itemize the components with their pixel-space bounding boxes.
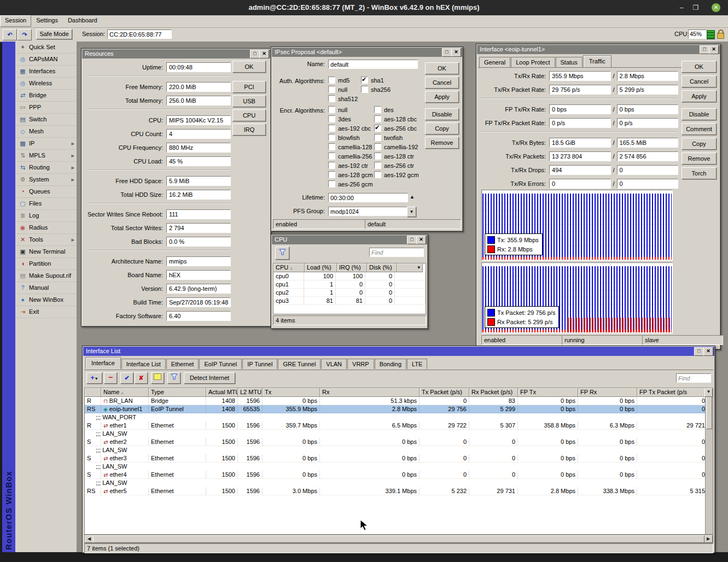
- field-value-tx[interactable]: 29 756 p/s: [549, 85, 610, 95]
- disable-button[interactable]: ✘: [135, 372, 148, 384]
- usb-button[interactable]: USB: [232, 95, 266, 107]
- copy-button[interactable]: Copy: [682, 138, 717, 150]
- interface-row-ether1[interactable]: R⇄ether1Ethernet15001596359.7 Mbps6.5 Mb…: [85, 421, 713, 430]
- sidebar-item-log[interactable]: ≣Log: [15, 210, 77, 222]
- tab-interface-list[interactable]: Interface List: [121, 359, 166, 369]
- app-titlebar[interactable]: admin@CC:2D:E0:65:88:77 (MT_2) - WinBox …: [0, 0, 728, 15]
- ok-button[interactable]: OK: [682, 61, 717, 73]
- checkbox-icon[interactable]: [328, 162, 335, 169]
- maximize-icon[interactable]: □: [250, 50, 260, 58]
- sidebar-item-interfaces[interactable]: ▦Interfaces: [15, 66, 77, 78]
- enable-button[interactable]: ✔: [120, 372, 133, 384]
- field-value-tx[interactable]: 18.5 GiB: [549, 138, 610, 148]
- sidebar-item-mpls[interactable]: ⇅MPLS▸: [15, 150, 77, 162]
- maximize-icon[interactable]: □: [442, 48, 452, 57]
- undo-icon[interactable]: ↶: [3, 29, 17, 40]
- field-value-tx[interactable]: 0: [549, 179, 610, 189]
- menu-session[interactable]: Session: [0, 15, 31, 27]
- comment-button[interactable]: [151, 372, 164, 384]
- tab-gre-tunnel[interactable]: GRE Tunnel: [278, 359, 321, 369]
- field-value[interactable]: 0.0 %: [166, 237, 231, 247]
- column-header-tx-packet-p-s[interactable]: Tx Packet (p/s): [420, 388, 469, 397]
- tab-loop-protect[interactable]: Loop Protect: [511, 57, 555, 67]
- field-value[interactable]: 256.0 MiB: [166, 96, 231, 106]
- column-header-load[interactable]: Load (%): [305, 264, 337, 272]
- dropdown-icon[interactable]: ▼: [407, 207, 416, 217]
- redo-icon[interactable]: ↷: [18, 29, 32, 40]
- column-header-irq[interactable]: IRQ (%): [337, 264, 367, 272]
- cpu-row[interactable]: cpu381810: [273, 297, 426, 305]
- field-value[interactable]: MIPS 1004Kc V2.15: [166, 115, 231, 125]
- cancel-button[interactable]: Cancel: [682, 75, 717, 87]
- detect-internet-button[interactable]: Detect Internet: [184, 372, 235, 384]
- interface-row-ether5[interactable]: RS⇄ether5Ethernet150015963.0 Mbps339.1 M…: [85, 487, 713, 495]
- copy-button[interactable]: Copy: [425, 122, 459, 134]
- sidebar-item-partition[interactable]: ◑Partition: [15, 258, 77, 270]
- cpu-button[interactable]: CPU: [232, 109, 266, 121]
- tab-lte[interactable]: LTE: [407, 359, 427, 369]
- horizontal-scrollbar[interactable]: ◀ ▶: [84, 535, 713, 543]
- field-value-rx[interactable]: 0 p/s: [617, 118, 678, 128]
- checkbox-icon[interactable]: [374, 162, 381, 169]
- field-value-rx[interactable]: 165.5 MiB: [617, 138, 678, 148]
- interface-row-eoip-tunnel1[interactable]: RS◈eoip-tunnel1EoIP Tunnel140865535355.9…: [85, 405, 713, 413]
- sidebar-item-switch[interactable]: ▤Switch: [15, 114, 77, 126]
- scroll-right-icon[interactable]: ▶: [704, 535, 713, 543]
- sidebar-item-queues[interactable]: ◔Queues: [15, 186, 77, 198]
- tab-ethernet[interactable]: Ethernet: [166, 359, 199, 369]
- comment-button[interactable]: Comment: [682, 123, 717, 135]
- hscroll-thumb[interactable]: [93, 535, 704, 543]
- checkbox-icon[interactable]: [328, 180, 335, 188]
- checkbox-icon[interactable]: [374, 106, 381, 113]
- field-value[interactable]: 6.40: [166, 311, 231, 321]
- cpu-find-input[interactable]: [369, 248, 424, 257]
- filter-button[interactable]: [275, 247, 289, 260]
- torch-button[interactable]: Torch: [682, 167, 717, 179]
- column-header-extra[interactable]: ▾: [397, 264, 423, 272]
- field-value[interactable]: 16.2 MiB: [166, 190, 231, 200]
- close-icon[interactable]: ✕: [451, 48, 461, 57]
- session-input[interactable]: [107, 30, 172, 39]
- field-value[interactable]: 111: [166, 209, 231, 219]
- interface-row-ether4[interactable]: S⇄ether4Ethernet150015960 bps0 bps000 bp…: [85, 471, 713, 479]
- close-icon[interactable]: ✕: [259, 50, 269, 58]
- tab-traffic[interactable]: Traffic: [583, 55, 611, 67]
- column-header-cpu[interactable]: CPU▵: [273, 264, 305, 272]
- field-value[interactable]: 5.9 MiB: [166, 176, 231, 186]
- sidebar-item-new-winbox[interactable]: ●New WinBox: [15, 294, 77, 306]
- field-value-tx[interactable]: 494: [549, 165, 610, 175]
- tab-bonding[interactable]: Bonding: [375, 359, 406, 369]
- checkbox-icon[interactable]: [374, 143, 381, 150]
- interface-row-br-lan[interactable]: R⊓BR_LANBridge140815960 bps51.3 kbps0830…: [85, 397, 713, 405]
- sidebar-item-ppp[interactable]: ▭PPP: [15, 102, 77, 114]
- field-value[interactable]: 6.42.9 (long-term): [166, 284, 231, 294]
- scrollbar-thumb[interactable]: [706, 396, 712, 429]
- field-value-tx[interactable]: 0 bps: [549, 104, 610, 114]
- scroll-left-icon[interactable]: ◀: [85, 535, 94, 543]
- proposal-name-input[interactable]: [328, 60, 418, 69]
- checkbox-icon[interactable]: [328, 86, 335, 93]
- sidebar-item-quick-set[interactable]: ✦Quick Set: [15, 42, 77, 54]
- sidebar-item-files[interactable]: ▢Files: [15, 198, 77, 210]
- column-menu-icon[interactable]: ▾: [417, 264, 420, 272]
- sidebar-item-make-supout-rif[interactable]: ▤Make Supout.rif: [15, 270, 77, 282]
- checkbox-checked-icon[interactable]: [361, 77, 368, 84]
- column-header-type[interactable]: Type: [149, 388, 206, 397]
- close-icon[interactable]: ✕: [712, 3, 720, 12]
- field-value[interactable]: 880 MHz: [166, 143, 231, 153]
- field-value-tx[interactable]: 13 273 804: [549, 151, 610, 161]
- field-value-tx[interactable]: 355.9 Mbps: [549, 71, 610, 81]
- tab-general[interactable]: General: [479, 57, 510, 67]
- restore-icon[interactable]: ❐: [691, 3, 701, 12]
- column-header-l2-mtu[interactable]: L2 MTU: [238, 388, 263, 397]
- field-value-rx[interactable]: 0: [617, 179, 678, 189]
- cancel-button[interactable]: Cancel: [425, 77, 459, 89]
- checkbox-icon[interactable]: [328, 153, 335, 160]
- sidebar-item-wireless[interactable]: ◎Wireless: [15, 78, 77, 90]
- interface-find-input[interactable]: [676, 373, 711, 383]
- cpu-row[interactable]: cpu01001000: [273, 272, 426, 280]
- sidebar-item-new-terminal[interactable]: ▣New Terminal: [15, 246, 77, 258]
- remove-button[interactable]: Remove: [682, 153, 717, 165]
- sidebar-item-radius[interactable]: ◉Radius: [15, 222, 77, 234]
- column-header-name[interactable]: Name▵: [101, 388, 149, 397]
